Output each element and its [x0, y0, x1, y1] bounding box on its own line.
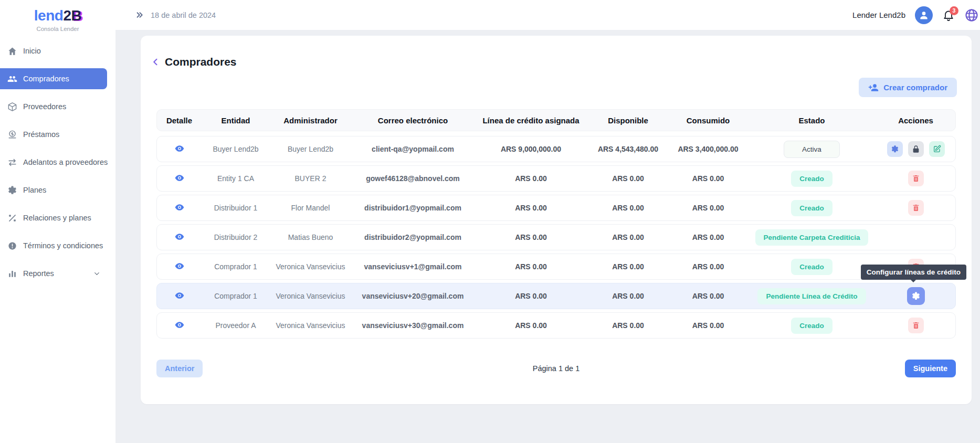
buyers-table: DetalleEntidadAdministradorCorreo electr… [141, 109, 972, 377]
view-detail-button[interactable] [174, 173, 185, 183]
view-detail-button[interactable] [174, 202, 185, 213]
actions-cell [876, 318, 955, 333]
status-badge: Creado [791, 318, 833, 334]
assigned-credit-cell: ARS 0.00 [475, 204, 587, 212]
table-body: Buyer Lend2b Buyer Lend2b client-qa@yopm… [156, 136, 956, 339]
sidebar-item-planes[interactable]: Planes [0, 180, 107, 201]
status-badge: Creado [791, 259, 833, 275]
app-root: lend2B Consola Lender InicioCompradoresP… [0, 0, 980, 443]
consumed-cell: ARS 0.00 [669, 292, 747, 300]
available-cell: ARS 0.00 [587, 292, 669, 300]
next-page-button[interactable]: Siguiente [905, 360, 956, 377]
sidebar-item-label: Términos y condiciones [23, 241, 103, 250]
trash-icon [912, 204, 920, 212]
buyers-card: Compradores Crear comprador DetalleEntid… [141, 36, 972, 404]
lock-icon [912, 145, 920, 153]
entity-cell: Comprador 1 [202, 262, 270, 271]
previous-page-button[interactable]: Anterior [156, 360, 203, 377]
main-column: 18 de abril de 2024 Lender Lend2b 3 [115, 0, 980, 443]
actions-cell [876, 171, 955, 186]
consumed-cell: ARS 0.00 [669, 262, 747, 271]
notifications-button[interactable]: 3 [942, 9, 955, 22]
actions-cell [876, 200, 955, 216]
logo-2-part: 2 [63, 7, 71, 24]
available-cell: ARS 0.00 [587, 204, 669, 212]
sidebar-nav: InicioCompradoresProveedoresPréstamosAde… [0, 40, 115, 284]
email-cell: gowef46128@abnovel.com [351, 174, 475, 183]
lock-button[interactable] [908, 141, 924, 157]
available-cell: ARS 4,543,480.00 [587, 145, 669, 153]
topbar-right: Lender Lend2b 3 [852, 6, 976, 24]
available-cell: ARS 0.00 [587, 262, 669, 271]
available-cell: ARS 0.00 [587, 233, 669, 241]
configure-credit-lines-button[interactable] [907, 287, 925, 305]
detail-cell [157, 173, 202, 185]
delete-button[interactable] [908, 171, 924, 186]
admin-cell: Matias Bueno [270, 233, 351, 241]
buyers-icon [7, 73, 17, 84]
table-header-row: DetalleEntidadAdministradorCorreo electr… [156, 109, 956, 131]
sidebar-item-label: Proveedores [23, 102, 66, 111]
eye-icon [174, 231, 185, 242]
edit-icon [933, 145, 941, 153]
current-date: 18 de abril de 2024 [151, 11, 216, 19]
user-label: Lender Lend2b [852, 10, 905, 19]
back-chevron-icon[interactable] [151, 57, 161, 67]
sidebar-item-reportes[interactable]: Reportes [0, 263, 107, 284]
eye-icon [174, 202, 185, 213]
detail-cell [157, 143, 202, 155]
consumed-cell: ARS 0.00 [669, 204, 747, 212]
plans-icon [7, 185, 17, 195]
title-row: Compradores [141, 56, 972, 68]
sidebar-item-inicio[interactable]: Inicio [0, 40, 107, 61]
create-buyer-button[interactable]: Crear comprador [859, 78, 957, 97]
delete-button[interactable] [908, 200, 924, 216]
edit-button[interactable] [929, 141, 945, 157]
status-cell: Creado [747, 259, 876, 275]
status-badge: Pendiente Línea de Crédito [757, 288, 866, 304]
sidebar-item-label: Planes [23, 186, 46, 194]
table-row: Proveedor A Veronica Vansevicius vansevi… [156, 312, 956, 339]
date-display: 18 de abril de 2024 [135, 10, 216, 19]
consumed-cell: ARS 3,400,000.00 [669, 145, 747, 153]
column-header-correo-electronico: Correo electrónico [351, 116, 475, 125]
assigned-credit-cell: ARS 0.00 [475, 233, 587, 241]
relations-icon [7, 213, 17, 223]
entity-cell: Proveedor A [202, 321, 270, 330]
sidebar-item-terminos-y-condiciones[interactable]: Términos y condiciones [0, 235, 107, 256]
column-header-entidad: Entidad [202, 116, 270, 125]
view-detail-button[interactable] [174, 231, 185, 242]
sidebar-item-proveedores[interactable]: Proveedores [0, 96, 107, 117]
create-row: Crear comprador [141, 78, 972, 97]
advances-icon [7, 157, 17, 167]
sidebar-item-relaciones-y-planes[interactable]: Relaciones y planes [0, 207, 107, 228]
double-chevron-right-icon[interactable] [135, 10, 144, 19]
view-detail-button[interactable] [174, 320, 185, 330]
email-cell: vanseviciusv+20@gmail.com [351, 292, 475, 300]
sidebar-item-label: Reportes [23, 269, 54, 278]
configure-credit-lines-button[interactable] [887, 141, 903, 157]
column-header-administrador: Administrador [270, 116, 351, 125]
sidebar-item-compradores[interactable]: Compradores [0, 68, 107, 89]
table-row: Comprador 1 Veronica Vansevicius vansevi… [156, 283, 956, 309]
assigned-credit-cell: ARS 9,000,000.00 [475, 145, 587, 153]
eye-icon [174, 261, 185, 271]
language-globe-button[interactable] [964, 8, 979, 23]
entity-cell: Buyer Lend2b [202, 145, 270, 153]
column-header-detalle: Detalle [157, 116, 202, 125]
eye-icon [174, 320, 185, 330]
status-badge: Creado [791, 200, 833, 216]
table-row: Distribuidor 1 Flor Mandel distribuidor1… [156, 195, 956, 221]
column-header-acciones: Acciones [876, 116, 955, 125]
sidebar-item-prestamos[interactable]: Préstamos [0, 124, 107, 145]
view-detail-button[interactable] [174, 290, 185, 301]
person-icon [919, 10, 929, 20]
sidebar-item-label: Compradores [23, 75, 69, 83]
avatar[interactable] [915, 6, 933, 24]
admin-cell: Veronica Vansevicius [270, 292, 351, 300]
delete-button[interactable] [908, 318, 924, 333]
view-detail-button[interactable] [174, 261, 185, 271]
sidebar-item-adelantos-a-proveedores[interactable]: Adelantos a proveedores [0, 152, 107, 173]
status-cell: Pendiente Línea de Crédito [747, 288, 876, 304]
view-detail-button[interactable] [174, 143, 185, 154]
